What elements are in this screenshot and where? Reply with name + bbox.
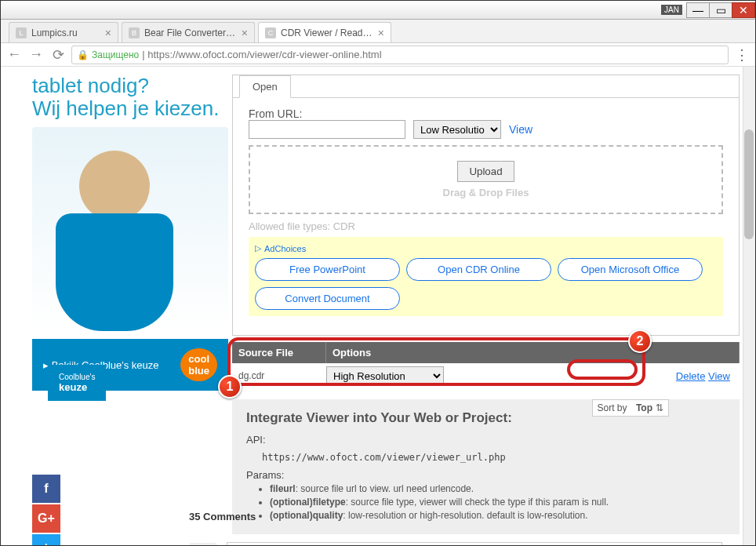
delete-link[interactable]: Delete [676, 370, 706, 382]
back-button[interactable]: ← [5, 46, 23, 64]
table-header: Source File Options [232, 342, 740, 363]
annotation-badge-1: 1 [218, 375, 242, 399]
adchoices-label[interactable]: ▷ AdChoices [255, 243, 717, 253]
param-item: (optional)filetype: source file type, vi… [270, 497, 725, 508]
comment-input[interactable]: Add a comment... [227, 542, 722, 546]
reload-button[interactable]: ⟳ [49, 46, 67, 64]
close-icon[interactable]: × [242, 27, 248, 39]
window-titlebar: JAN — ▭ ✕ [1, 1, 755, 20]
scrollbar-thumb[interactable] [744, 129, 754, 239]
tab-title: Lumpics.ru [31, 27, 100, 38]
params-label: Params: [246, 469, 725, 481]
coolblue-logo: cool blue [180, 348, 217, 381]
tab-cdr-viewer[interactable]: C CDR Viewer / Reader Onl × [258, 22, 391, 42]
tab-title: CDR Viewer / Reader Onl [281, 27, 373, 38]
open-tab[interactable]: Open [239, 75, 291, 98]
sort-by-select[interactable]: Sort by Top ⇅ [592, 399, 669, 417]
open-panel: Open From URL: Low Resolutio View Upload… [232, 75, 740, 336]
url-input[interactable]: 🔒 Защищено | https://www.ofoct.com/viewe… [71, 46, 729, 64]
lock-icon: 🔒 [77, 49, 89, 60]
view-link[interactable]: View [509, 123, 532, 136]
twitter-button[interactable]: t [32, 534, 60, 546]
favicon-icon: L [16, 27, 27, 38]
facebook-button[interactable]: f [32, 475, 60, 503]
param-item: fileurl: source file url to view. url ne… [270, 483, 725, 494]
allowed-types: Allowed file types: CDR [249, 220, 723, 232]
browser-tabs: L Lumpics.ru × B Bear File Converter - O… [1, 20, 755, 43]
comments-count: 35 Comments [189, 511, 256, 522]
comment-row: Add a comment... [189, 542, 722, 546]
th-options: Options [326, 342, 740, 363]
ads-block: ▷ AdChoices Free PowerPoint Open CDR Onl… [249, 237, 723, 316]
avatar [189, 543, 217, 546]
favicon-icon: C [265, 27, 276, 38]
lang-indicator: JAN [661, 5, 682, 15]
close-icon[interactable]: × [105, 27, 111, 39]
scrollbar[interactable] [743, 67, 755, 545]
url-text: | https://www.ofoct.com/viewer/cdr-viewe… [142, 49, 381, 60]
secure-label: Защищено [92, 49, 139, 60]
tab-bear[interactable]: B Bear File Converter - Onl × [122, 22, 255, 42]
integrate-panel: Integrate Viewer into Your Web or Projec… [232, 399, 740, 534]
address-bar: ← → ⟳ 🔒 Защищено | https://www.ofoct.com… [1, 43, 755, 67]
tab-title: Bear File Converter - Onl [144, 27, 237, 38]
file-resolution-select[interactable]: High Resolution [326, 366, 444, 385]
main-content: Open From URL: Low Resolutio View Upload… [232, 67, 755, 545]
minimize-button[interactable]: — [686, 2, 710, 18]
file-table-area: 1 2 Source File Options dg.cdr High Reso… [232, 342, 740, 388]
maximize-button[interactable]: ▭ [709, 2, 732, 18]
sidebar-ad: tablet nodig? Wij helpen je kiezen. Cool… [1, 67, 232, 545]
api-url: https://www.ofoct.com/viewer/viewer_url.… [262, 452, 725, 463]
upload-button[interactable]: Upload [457, 161, 514, 182]
from-url-label: From URL: [249, 107, 723, 120]
close-icon[interactable]: × [378, 27, 384, 39]
annotation-badge-2: 2 [628, 329, 652, 353]
view-file-link[interactable]: View [708, 370, 730, 382]
url-field[interactable] [249, 120, 405, 139]
ad-image[interactable] [32, 127, 228, 331]
drag-drop-label: Drag & Drop Files [264, 187, 707, 198]
ad-link[interactable]: Convert Document [255, 287, 400, 310]
forward-button[interactable]: → [27, 46, 45, 64]
table-row: dg.cdr High Resolution Delete View [232, 363, 740, 388]
browser-menu-button[interactable]: ⋮ [733, 46, 751, 64]
ad-badge: Coolblue's keuze [48, 365, 106, 401]
resolution-select[interactable]: Low Resolutio [413, 120, 501, 139]
file-name: dg.cdr [232, 370, 326, 381]
share-buttons: f G+ t [32, 475, 60, 546]
api-label: API: [246, 434, 725, 446]
param-item: (optional)quality: low-resolution or hig… [270, 510, 725, 521]
ad-link[interactable]: Open CDR Online [406, 258, 551, 281]
close-button[interactable]: ✕ [732, 2, 755, 18]
favicon-icon: B [129, 27, 140, 38]
googleplus-button[interactable]: G+ [32, 504, 60, 533]
tab-lumpics[interactable]: L Lumpics.ru × [9, 22, 118, 42]
ad-link[interactable]: Open Microsoft Office [558, 258, 703, 281]
ad-headline: tablet nodig? Wij helpen je kiezen. [32, 75, 232, 119]
ad-link[interactable]: Free PowerPoint [255, 258, 400, 281]
dropzone[interactable]: Upload Drag & Drop Files [249, 145, 723, 214]
th-source: Source File [232, 342, 326, 363]
